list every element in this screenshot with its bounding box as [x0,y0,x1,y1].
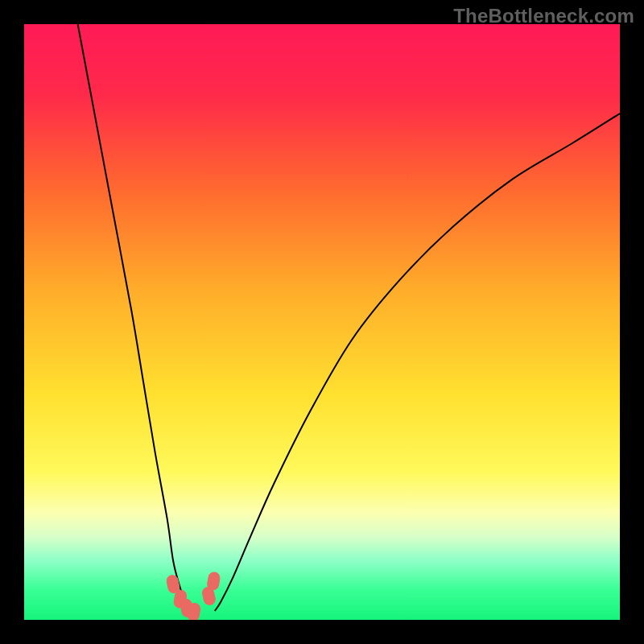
trough-marker [207,572,221,591]
bottleneck-curve-left [78,24,188,611]
trough-markers-group [166,572,221,620]
bottleneck-curve-right [215,114,620,611]
curve-layer [24,24,620,620]
plot-area [24,24,620,620]
chart-frame: TheBottleneck.com [0,0,644,644]
